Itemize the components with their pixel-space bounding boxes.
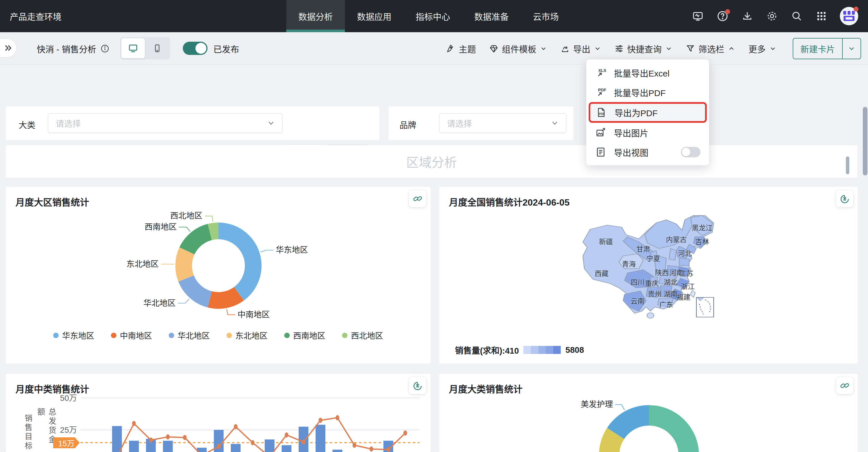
province-label[interactable]: 吉林 bbox=[695, 236, 709, 246]
new-card-label[interactable]: 新建卡片 bbox=[793, 38, 842, 59]
drill-down-icon[interactable] bbox=[836, 190, 853, 207]
menu-item-导出图片[interactable]: 导出图片 bbox=[586, 123, 709, 142]
info-icon[interactable] bbox=[100, 44, 110, 53]
nav-tab-2[interactable]: 数据应用 bbox=[345, 0, 404, 32]
pdf-export-icon: PDF bbox=[595, 87, 607, 98]
province-label[interactable]: 浙江 bbox=[681, 281, 695, 291]
link-icon[interactable] bbox=[409, 190, 426, 207]
province-label[interactable]: 青海 bbox=[622, 258, 636, 268]
card-region-donut: 月度大区销售统计 华东地区中南地区华北地区东北地区西南地区西北地区 华东地区中南… bbox=[6, 187, 431, 363]
province-label[interactable]: 江苏 bbox=[679, 268, 693, 278]
menu-item-批量导出Excel[interactable]: XLS批量导出Excel bbox=[586, 63, 709, 83]
category-select[interactable]: 请选择 bbox=[48, 113, 282, 133]
legend-item[interactable]: 西北地区 bbox=[342, 330, 383, 341]
china-map[interactable]: 新疆内蒙古黑龙江吉林甘肃宁夏河北青海西藏陕西河南江苏四川重庆湖北浙江贵州湖南福建… bbox=[576, 213, 719, 320]
nav-tab-3[interactable]: 指标中心 bbox=[404, 0, 462, 32]
legend-min-label: 销售量(求和):410 bbox=[455, 344, 519, 356]
drill-down-icon[interactable] bbox=[409, 377, 426, 394]
download-icon[interactable] bbox=[741, 10, 754, 23]
svg-text:PDF: PDF bbox=[599, 113, 605, 116]
legend-item[interactable]: 中南地区 bbox=[111, 330, 152, 341]
desktop-icon bbox=[128, 43, 138, 54]
link-icon[interactable] bbox=[836, 377, 853, 394]
card-title: 月度大类销售统计 bbox=[449, 382, 523, 395]
province-label[interactable]: 湖北 bbox=[664, 276, 677, 287]
svg-text:西北地区: 西北地区 bbox=[170, 211, 202, 220]
apps-grid-icon[interactable] bbox=[815, 10, 828, 23]
new-card-button[interactable]: 新建卡片 bbox=[793, 38, 861, 59]
card-title: 月度中类销售统计 bbox=[16, 382, 89, 395]
province-label[interactable]: 湖南 bbox=[664, 288, 677, 298]
province-label[interactable]: 重庆 bbox=[645, 277, 659, 288]
export-view-toggle[interactable] bbox=[681, 147, 701, 157]
help-badge bbox=[725, 9, 730, 14]
system-status-icon[interactable] bbox=[691, 10, 704, 23]
app-title: 产品走查环境 bbox=[10, 0, 62, 32]
province-label[interactable]: 福建 bbox=[677, 291, 690, 301]
avatar-face bbox=[843, 11, 855, 15]
svg-text:东北地区: 东北地区 bbox=[126, 260, 159, 269]
svg-text:25万: 25万 bbox=[60, 426, 77, 434]
publish-toggle[interactable] bbox=[183, 42, 208, 55]
band-scrollbar[interactable] bbox=[846, 156, 849, 174]
device-toggle bbox=[120, 37, 170, 60]
svg-text:美发护理: 美发护理 bbox=[581, 400, 613, 409]
xls-export-icon: XLS bbox=[595, 67, 607, 79]
brand-select[interactable]: 请选择 bbox=[439, 113, 566, 133]
mobile-view-button[interactable] bbox=[146, 38, 169, 58]
section-title: 区域分析 bbox=[6, 145, 857, 178]
chevron-down-icon bbox=[267, 119, 275, 127]
province-label[interactable]: 西藏 bbox=[595, 268, 609, 278]
province-label[interactable]: 内蒙古 bbox=[666, 234, 687, 244]
province-label[interactable]: 宁夏 bbox=[646, 253, 660, 263]
nav-tab-1[interactable]: 数据分析 bbox=[286, 0, 345, 32]
card-main-category-donut: 月度大类销售统计 美发护理 bbox=[439, 374, 858, 452]
settings-gear-icon[interactable] bbox=[766, 10, 778, 23]
legend-item[interactable]: 华东地区 bbox=[53, 330, 94, 341]
province-label[interactable]: 云南 bbox=[630, 296, 644, 306]
nav-icon-group bbox=[691, 0, 858, 32]
nav-tabs: 数据分析数据应用指标中心数据准备云市场 bbox=[286, 0, 571, 32]
menu-item-批量导出PDF[interactable]: PDF批量导出PDF bbox=[586, 83, 709, 102]
new-card-caret[interactable] bbox=[842, 38, 861, 59]
province-label[interactable]: 陕西 bbox=[655, 267, 669, 277]
province-label[interactable]: 新疆 bbox=[599, 236, 613, 246]
province-label[interactable]: 黑龙江 bbox=[692, 222, 713, 232]
toolbar-组件模板[interactable]: 组件模板 bbox=[489, 42, 547, 55]
toolbar-快捷查询[interactable]: 快捷查询 bbox=[615, 42, 673, 55]
svg-text:XLS: XLS bbox=[598, 68, 607, 73]
toolbar-主题[interactable]: 主题 bbox=[446, 42, 476, 55]
publish-status-label: 已发布 bbox=[213, 32, 239, 65]
province-label[interactable]: 河北 bbox=[678, 247, 692, 258]
help-icon[interactable] bbox=[716, 10, 729, 23]
toolbar-筛选栏[interactable]: 筛选栏 bbox=[686, 42, 735, 55]
legend-item[interactable]: 西南地区 bbox=[284, 330, 326, 341]
map-inset-south-china-sea bbox=[696, 297, 714, 317]
legend-max-label: 5808 bbox=[565, 345, 584, 355]
nav-tab-5[interactable]: 云市场 bbox=[521, 0, 571, 32]
page-scrollbar[interactable] bbox=[863, 107, 867, 175]
menu-item-导出视图[interactable]: 导出视图 bbox=[586, 142, 709, 162]
nav-tab-4[interactable]: 数据准备 bbox=[462, 0, 521, 32]
legend-item[interactable]: 华北地区 bbox=[169, 330, 210, 341]
desktop-view-button[interactable] bbox=[121, 38, 145, 58]
section-title-card: 区域分析 bbox=[6, 145, 857, 178]
toolbar-更多[interactable]: 更多 bbox=[748, 42, 777, 55]
card-title: 月度大区销售统计 bbox=[16, 195, 89, 208]
province-label[interactable]: 广东 bbox=[659, 299, 673, 309]
toolbar-导出[interactable]: 导出 bbox=[560, 42, 601, 55]
category-filter-card: 大类 请选择 bbox=[6, 107, 379, 140]
top-nav: 产品走查环境 数据分析数据应用指标中心数据准备云市场 bbox=[0, 0, 868, 32]
menu-item-导出为PDF[interactable]: PDF导出为PDF bbox=[589, 102, 707, 123]
expand-panel-button[interactable] bbox=[0, 38, 17, 58]
search-icon[interactable] bbox=[790, 10, 803, 23]
dashboard-toolbar: 快消 - 销售分析 已发布 主题组件模板导出快捷查询筛选栏更多 新建卡片 bbox=[0, 32, 868, 65]
avatar-badge bbox=[854, 7, 859, 11]
province-label[interactable]: 四川 bbox=[630, 276, 644, 287]
svg-text:PDF: PDF bbox=[598, 88, 607, 92]
user-avatar[interactable] bbox=[840, 7, 858, 25]
legend-item[interactable]: 东北地区 bbox=[226, 330, 268, 341]
card-title: 月度全国销售统计2024-06-05 bbox=[449, 195, 570, 208]
province-label[interactable]: 甘肃 bbox=[636, 244, 650, 253]
province-label[interactable]: 贵州 bbox=[648, 288, 662, 298]
